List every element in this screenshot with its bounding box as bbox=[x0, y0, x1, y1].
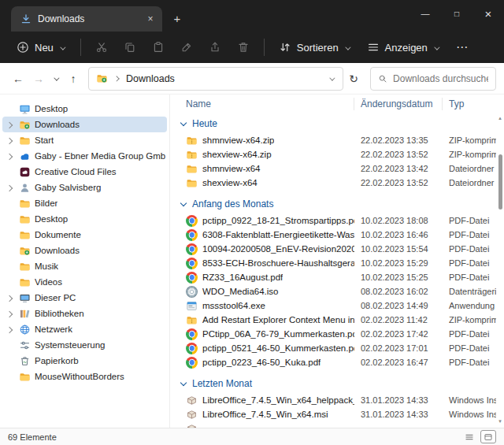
file-row-pctipp-0521-46-50-kummerkasten-pdf[interactable]: pctipp_0521_46-50_Kummerkasten.pdf02.02.… bbox=[175, 341, 496, 355]
file-row-10094-20200508-enev-revision2020-de-p[interactable]: 10094-20200508_EnEV-Revision2020_DE.p...… bbox=[175, 242, 496, 256]
column-header-type[interactable]: Typ bbox=[443, 98, 504, 110]
sidebar-item-netzwerk[interactable]: Netzwerk bbox=[2, 321, 167, 337]
maximize-button[interactable]: □ bbox=[441, 0, 472, 27]
scroll-up-icon[interactable]: ▴ bbox=[497, 115, 503, 121]
monitor-icon bbox=[19, 103, 31, 115]
file-row-add-restart-explorer-context-menu-in-wi[interactable]: Add Restart Explorer Context Menu in Wi.… bbox=[175, 313, 496, 327]
share-button[interactable] bbox=[202, 35, 228, 59]
file-row-libreoffice-7-4-5-win-x64-msi[interactable]: LibreOffice_7.4.5_Win_x64.msi31.01.2023 … bbox=[175, 407, 496, 421]
file-explorer-window: Downloads × + — □ × Neu Sortieren bbox=[0, 0, 504, 445]
file-type: PDF-Datei bbox=[443, 273, 496, 282]
forward-button[interactable]: → bbox=[28, 68, 49, 90]
back-button[interactable]: ← bbox=[8, 68, 28, 90]
chevron-right-icon[interactable] bbox=[6, 137, 15, 144]
chevron-right-icon[interactable] bbox=[6, 326, 15, 333]
search-input[interactable] bbox=[393, 73, 488, 84]
recent-locations-button[interactable] bbox=[49, 68, 63, 90]
copy-button[interactable] bbox=[117, 35, 143, 59]
sidebar-item-dokumente[interactable]: Dokumente bbox=[2, 227, 167, 243]
delete-button[interactable] bbox=[230, 35, 257, 59]
column-header-date[interactable]: Änderungsdatum bbox=[354, 98, 443, 110]
file-row[interactable] bbox=[175, 421, 496, 428]
sidebar-item-start[interactable]: Start bbox=[2, 132, 167, 148]
sidebar-item-gaby-salvisberg[interactable]: Gaby Salvisberg bbox=[2, 180, 167, 195]
file-row-pctipp-06a-76-79-kummerkasten-pdf[interactable]: PCtipp_06A_76-79_Kummerkasten.pdf02.02.2… bbox=[175, 327, 496, 341]
close-button[interactable]: × bbox=[472, 0, 504, 27]
sidebar-item-label: Papierkorb bbox=[35, 356, 79, 365]
file-row-libreoffice-7-4-5-win-x64-helppack-de[interactable]: LibreOffice_7.4.5_Win_x64_helppack_de...… bbox=[175, 393, 496, 407]
sidebar-item-desktop[interactable]: Desktop bbox=[2, 101, 167, 117]
address-bar[interactable]: Downloads bbox=[88, 67, 343, 91]
file-row-shmnview-x64[interactable]: shmnview-x6422.02.2023 13:42Dateiordner bbox=[175, 161, 496, 176]
sidebar-item-downloads[interactable]: Downloads bbox=[2, 243, 167, 258]
sort-button[interactable]: Sortieren bbox=[272, 35, 358, 59]
file-row-pctipp-0922-18-21-stromspartipps-pdf[interactable]: pctipp_0922_18-21_Stromspartipps.pdf10.0… bbox=[175, 213, 496, 228]
search-box[interactable] bbox=[370, 67, 496, 91]
file-row-shexview-x64[interactable]: shexview-x6422.02.2023 13:52Dateiordner bbox=[175, 176, 496, 190]
sidebar-item-dieser-pc[interactable]: Dieser PC bbox=[2, 290, 167, 306]
group-header-anfang-des-monats[interactable]: Anfang des Monats bbox=[175, 194, 496, 213]
group-header-letzten-monat[interactable]: Letzten Monat bbox=[175, 373, 496, 393]
refresh-button[interactable]: ↻ bbox=[343, 68, 364, 90]
tab-close-button[interactable]: × bbox=[143, 12, 158, 26]
chevron-right-icon[interactable] bbox=[6, 184, 15, 191]
new-tab-button[interactable]: + bbox=[167, 8, 187, 28]
chevron-right-icon[interactable] bbox=[6, 121, 15, 128]
view-button-label: Anzeigen bbox=[385, 42, 428, 54]
sidebar-item-papierkorb[interactable]: Papierkorb bbox=[2, 353, 167, 369]
cut-button[interactable] bbox=[88, 35, 115, 59]
chevron-right-icon[interactable] bbox=[6, 295, 15, 302]
tab-downloads[interactable]: Downloads × bbox=[11, 6, 162, 32]
chevron-down-icon[interactable] bbox=[180, 200, 187, 207]
file-type: PDF-Datei bbox=[443, 358, 496, 367]
scrollbar-thumb[interactable] bbox=[498, 154, 502, 210]
sidebar-item-creative-cloud-files[interactable]: Creative Cloud Files bbox=[2, 164, 167, 180]
file-row-wdo-media64-iso[interactable]: WDO_Media64.iso08.02.2023 16:02Datenträg… bbox=[175, 284, 496, 299]
chevron-right-icon bbox=[6, 169, 15, 176]
file-row-rz33-16august-pdf[interactable]: RZ33_16August.pdf10.02.2023 15:25PDF-Dat… bbox=[175, 270, 496, 284]
sidebar-item-gaby-ebner-media-group-gmbh-c[interactable]: Gaby - Ebner Media Group GmbH & C... bbox=[2, 148, 167, 164]
column-header-name[interactable]: Name bbox=[175, 98, 354, 110]
address-path: Downloads bbox=[126, 73, 175, 84]
minimize-button[interactable]: — bbox=[410, 0, 441, 27]
sidebar-item-downloads[interactable]: Downloads bbox=[2, 117, 167, 132]
sidebar-item-bilder[interactable]: Bilder bbox=[2, 195, 167, 211]
scrollbar[interactable]: ▴ ▾ bbox=[497, 115, 503, 425]
up-button[interactable]: ↑ bbox=[63, 68, 83, 90]
file-row-pctipp-0223-46-50-kuka-pdf[interactable]: pctipp_0223_46-50_Kuka.pdf02.02.2023 16:… bbox=[175, 355, 496, 369]
group-name: Anfang des Monats bbox=[192, 198, 273, 210]
paste-button[interactable] bbox=[145, 35, 172, 59]
file-row-shexview-x64-zip[interactable]: shexview-x64.zip22.02.2023 13:52ZIP-komp… bbox=[175, 147, 496, 161]
chevron-right-icon[interactable] bbox=[6, 153, 15, 160]
chevron-down-icon[interactable] bbox=[180, 380, 187, 387]
file-date: 22.02.2023 13:52 bbox=[354, 150, 443, 159]
file-date: 10.02.2023 15:29 bbox=[354, 258, 443, 268]
sidebar-item-musik[interactable]: Musik bbox=[2, 258, 167, 274]
details-view-button[interactable] bbox=[480, 430, 496, 443]
sidebar-item-desktop[interactable]: Desktop bbox=[2, 211, 167, 227]
chevron-right-icon[interactable] bbox=[6, 310, 15, 317]
group-header-heute[interactable]: Heute bbox=[175, 113, 496, 133]
sidebar-item-mousewithoutborders[interactable]: MouseWithoutBorders bbox=[2, 369, 167, 384]
list-view-button[interactable] bbox=[461, 430, 477, 443]
sidebar-item-systemsteuerung[interactable]: Systemsteuerung bbox=[2, 337, 167, 353]
more-options-button[interactable]: … bbox=[449, 35, 476, 60]
chevron-down-icon bbox=[434, 44, 440, 50]
file-type: ZIP-komprim... bbox=[443, 135, 496, 145]
scroll-down-icon[interactable]: ▾ bbox=[497, 418, 503, 425]
file-row-6308-faktenblatt-energieetikette-wasch[interactable]: 6308-Faktenblatt-Energieetikette-Wasch..… bbox=[175, 228, 496, 242]
view-button[interactable]: Anzeigen bbox=[360, 35, 447, 59]
sidebar-item-bibliotheken[interactable]: Bibliotheken bbox=[2, 306, 167, 321]
file-date: 10.02.2023 15:25 bbox=[354, 273, 443, 282]
rename-button[interactable] bbox=[173, 35, 200, 59]
chevron-down-icon[interactable] bbox=[180, 120, 187, 127]
file-row-8533-ech-broschuere-haushaltsgeraete[interactable]: 8533-ECH-Broschuere-Haushaltsgeraete-...… bbox=[175, 256, 496, 270]
file-row-shmnview-x64-zip[interactable]: shmnview-x64.zip22.02.2023 13:35ZIP-komp… bbox=[175, 133, 496, 147]
new-button[interactable]: Neu bbox=[9, 35, 73, 59]
chevron-right-icon bbox=[6, 342, 15, 349]
file-row-mssstool64-exe[interactable]: mssstool64.exe08.02.2023 14:49Anwendung bbox=[175, 299, 496, 313]
sidebar-item-videos[interactable]: Videos bbox=[2, 274, 167, 290]
chevron-down-icon bbox=[53, 76, 59, 82]
address-dropdown-icon[interactable] bbox=[329, 76, 335, 82]
column-headers: Name Änderungsdatum Typ bbox=[175, 95, 504, 113]
